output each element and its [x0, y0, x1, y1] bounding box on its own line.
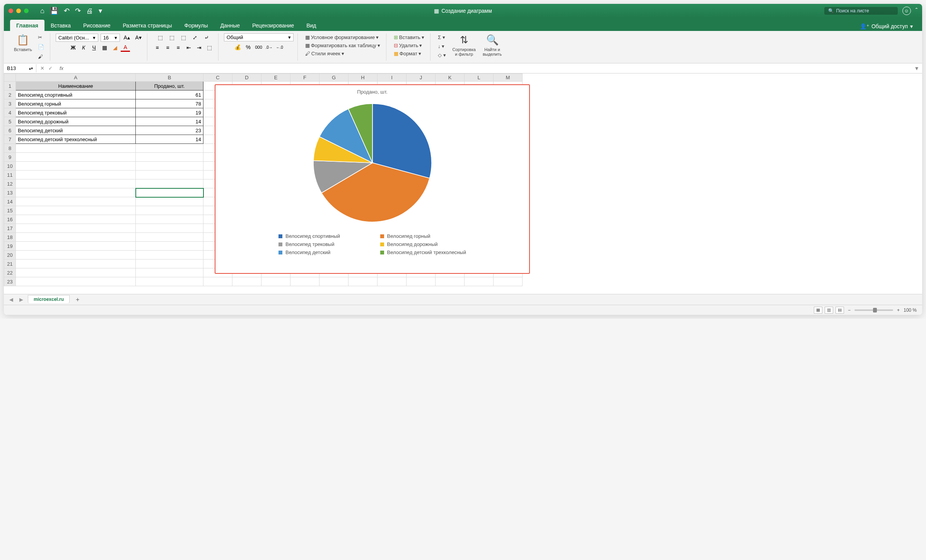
cell-B20[interactable] [136, 251, 203, 260]
cell-B13[interactable] [136, 188, 203, 197]
cell-A23[interactable] [16, 277, 136, 286]
row-header-18[interactable]: 18 [4, 233, 16, 242]
cell-K23[interactable] [436, 277, 465, 286]
column-header-B[interactable]: B [136, 74, 203, 82]
close-window-button[interactable] [9, 9, 13, 13]
cell-A4[interactable]: Велосипед трековый [16, 108, 136, 117]
cell-H23[interactable] [349, 277, 378, 286]
pie-chart[interactable]: Продано, шт. Велосипед спортивныйВелосип… [215, 84, 530, 274]
cell-A11[interactable] [16, 171, 136, 179]
cell-B14[interactable] [136, 197, 203, 206]
tab-review[interactable]: Рецензирование [246, 20, 300, 31]
cell-A12[interactable] [16, 179, 136, 188]
clear-button[interactable]: ◇ ▾ [436, 51, 448, 59]
cell-B11[interactable] [136, 171, 203, 179]
cell-A13[interactable] [16, 188, 136, 197]
row-header-6[interactable]: 6 [4, 126, 16, 135]
share-button[interactable]: 👤⁺ Общий доступ ▾ [855, 22, 917, 31]
conditional-formatting-button[interactable]: ▦Условное форматирование ▾ [303, 33, 381, 41]
cell-B6[interactable]: 23 [136, 126, 203, 135]
row-header-14[interactable]: 14 [4, 197, 16, 206]
increase-font-button[interactable]: A▴ [122, 33, 132, 42]
column-header-C[interactable]: C [203, 74, 232, 82]
copy-button[interactable]: 📄 [36, 43, 46, 51]
fill-color-button[interactable]: ◢ [110, 43, 120, 52]
column-header-K[interactable]: K [436, 74, 465, 82]
paste-button[interactable]: 📋 Вставить [12, 33, 34, 61]
add-sheet-button[interactable]: + [73, 296, 82, 303]
cell-B10[interactable] [136, 162, 203, 171]
tab-formulas[interactable]: Формулы [178, 20, 214, 31]
row-header-13[interactable]: 13 [4, 188, 16, 197]
cell-A2[interactable]: Велосипед спортивный [16, 90, 136, 99]
cell-B18[interactable] [136, 233, 203, 242]
find-select-button[interactable]: 🔍 Найти и выделить [480, 33, 504, 59]
insert-cells-button[interactable]: ⊞Вставить ▾ [392, 33, 426, 41]
cell-B15[interactable] [136, 206, 203, 215]
cell-I23[interactable] [378, 277, 407, 286]
cell-D23[interactable] [232, 277, 261, 286]
fill-button[interactable]: ↓ ▾ [436, 42, 448, 50]
number-format-dropdown[interactable]: Общий▾ [224, 33, 294, 41]
cell-B2[interactable]: 61 [136, 90, 203, 99]
format-painter-button[interactable]: 🖌 [36, 53, 46, 61]
cell-A19[interactable] [16, 242, 136, 251]
cell-F23[interactable] [290, 277, 319, 286]
column-header-F[interactable]: F [290, 74, 319, 82]
cell-A17[interactable] [16, 224, 136, 233]
cell-A8[interactable] [16, 144, 136, 153]
zoom-out-button[interactable]: − [848, 307, 851, 313]
sheet-nav-next[interactable]: ▶ [18, 297, 25, 302]
row-header-16[interactable]: 16 [4, 215, 16, 224]
row-header-19[interactable]: 19 [4, 242, 16, 251]
tab-view[interactable]: Вид [300, 20, 322, 31]
cell-A15[interactable] [16, 206, 136, 215]
row-header-23[interactable]: 23 [4, 277, 16, 286]
cell-A14[interactable] [16, 197, 136, 206]
cell-A1[interactable]: Наименование [16, 82, 136, 90]
cell-A20[interactable] [16, 251, 136, 260]
underline-button[interactable]: Ч [89, 43, 99, 52]
font-color-button[interactable]: А [121, 43, 130, 52]
column-header-J[interactable]: J [407, 74, 436, 82]
row-header-15[interactable]: 15 [4, 206, 16, 215]
align-center-button[interactable]: ≡ [163, 43, 173, 52]
decrease-font-button[interactable]: A▾ [134, 33, 143, 42]
sort-filter-button[interactable]: ⇅ Сортировка и фильтр [450, 33, 478, 59]
confirm-icon[interactable]: ✓ [48, 65, 53, 71]
tab-insert[interactable]: Вставка [44, 20, 77, 31]
increase-indent-button[interactable]: ⇥ [195, 43, 204, 52]
row-header-20[interactable]: 20 [4, 251, 16, 260]
cell-A6[interactable]: Велосипед детский [16, 126, 136, 135]
tab-data[interactable]: Данные [214, 20, 246, 31]
align-left-button[interactable]: ≡ [153, 43, 162, 52]
row-header-12[interactable]: 12 [4, 179, 16, 188]
cell-B17[interactable] [136, 224, 203, 233]
cell-styles-button[interactable]: 🖊Стили ячеек ▾ [303, 50, 346, 58]
cell-B5[interactable]: 14 [136, 117, 203, 126]
column-header-M[interactable]: M [494, 74, 523, 82]
align-bottom-button[interactable]: ⬚ [179, 33, 188, 42]
normal-view-button[interactable]: ▦ [814, 307, 822, 314]
row-header-2[interactable]: 2 [4, 90, 16, 99]
cell-B4[interactable]: 19 [136, 108, 203, 117]
merge-button[interactable]: ⬚ [205, 43, 214, 52]
cut-button[interactable]: ✂ [36, 33, 46, 41]
comma-button[interactable]: 000 [254, 43, 263, 51]
zoom-level[interactable]: 100 % [904, 307, 917, 313]
cell-A3[interactable]: Велосипед горный [16, 99, 136, 108]
cell-J23[interactable] [407, 277, 436, 286]
cell-B21[interactable] [136, 260, 203, 268]
increase-decimal-button[interactable]: .0→ [265, 43, 274, 51]
cell-L23[interactable] [465, 277, 494, 286]
name-box[interactable]: B13▴▾ [4, 64, 36, 72]
minimize-window-button[interactable] [16, 9, 21, 13]
cell-A18[interactable] [16, 233, 136, 242]
page-break-view-button[interactable]: ▤ [835, 307, 844, 314]
worksheet-grid[interactable]: ABCDEFGHIJKLM 1НаименованиеПродано, шт.2… [4, 73, 922, 294]
cell-A16[interactable] [16, 215, 136, 224]
undo-icon[interactable]: ↶ [64, 7, 70, 15]
cell-B1[interactable]: Продано, шт. [136, 82, 203, 90]
redo-icon[interactable]: ↷ [75, 7, 81, 15]
print-icon[interactable]: 🖨 [86, 7, 93, 15]
